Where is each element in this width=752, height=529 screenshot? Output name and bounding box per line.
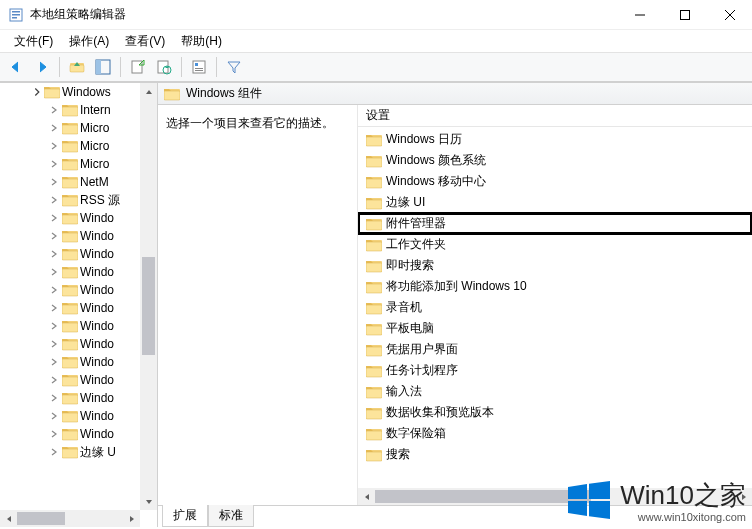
svg-rect-32 [62,197,78,206]
folder-icon [366,154,382,168]
minimize-button[interactable] [617,0,662,30]
list-item[interactable]: 边缘 UI [358,192,752,213]
list-item[interactable]: 将功能添加到 Windows 10 [358,276,752,297]
up-button[interactable] [65,55,89,79]
tab-standard[interactable]: 标准 [208,505,254,527]
tree-item[interactable]: Micro [0,119,157,137]
scroll-down-icon[interactable] [140,493,157,510]
folder-icon [62,355,78,369]
chevron-right-icon[interactable] [48,176,60,188]
list-item[interactable]: Windows 颜色系统 [358,150,752,171]
tree-item[interactable]: Windo [0,227,157,245]
menu-view[interactable]: 查看(V) [117,31,173,52]
list-item[interactable]: 输入法 [358,381,752,402]
chevron-right-icon[interactable] [48,158,60,170]
list-item[interactable]: 平板电脑 [358,318,752,339]
svg-rect-52 [62,377,78,386]
list-item-label: 输入法 [386,383,422,400]
list-item[interactable]: 附件管理器 [358,213,752,234]
scroll-left-icon[interactable] [358,488,375,505]
chevron-right-icon[interactable] [48,284,60,296]
tree-item[interactable]: Windo [0,353,157,371]
tree-item[interactable]: 边缘 U [0,443,157,461]
tree-item[interactable]: Windo [0,299,157,317]
chevron-right-icon[interactable] [48,302,60,314]
list-item[interactable]: 数据收集和预览版本 [358,402,752,423]
folder-icon [62,283,78,297]
tree-item[interactable]: Windo [0,425,157,443]
chevron-right-icon[interactable] [48,320,60,332]
forward-button[interactable] [30,55,54,79]
list-item[interactable]: Windows 日历 [358,129,752,150]
tree-item[interactable]: Micro [0,137,157,155]
tree-item[interactable]: Intern [0,101,157,119]
list-item[interactable]: 搜索 [358,444,752,465]
menu-help[interactable]: 帮助(H) [173,31,230,52]
list-item[interactable]: 录音机 [358,297,752,318]
tree-item[interactable]: Windo [0,335,157,353]
chevron-right-icon[interactable] [48,194,60,206]
tree-item[interactable]: Windo [0,407,157,425]
tree-item[interactable]: Windo [0,371,157,389]
chevron-right-icon[interactable] [48,104,60,116]
svg-rect-5 [680,10,689,19]
refresh-button[interactable] [152,55,176,79]
svg-rect-11 [96,60,101,74]
export-button[interactable] [126,55,150,79]
chevron-right-icon[interactable] [48,446,60,458]
chevron-right-icon[interactable] [48,122,60,134]
list-item[interactable]: Windows 移动中心 [358,171,752,192]
list-horizontal-scrollbar[interactable] [358,488,752,505]
tree-item[interactable]: NetM [0,173,157,191]
back-button[interactable] [4,55,28,79]
svg-rect-40 [62,269,78,278]
folder-icon [62,427,78,441]
chevron-right-icon[interactable] [48,212,60,224]
tree-item[interactable]: Windo [0,317,157,335]
tree-item[interactable]: RSS 源 [0,191,157,209]
chevron-right-icon[interactable] [48,140,60,152]
chevron-right-icon[interactable] [48,428,60,440]
chevron-right-icon[interactable] [48,248,60,260]
list-item[interactable]: 任务计划程序 [358,360,752,381]
chevron-right-icon[interactable] [48,374,60,386]
svg-rect-70 [366,200,382,209]
tree-horizontal-scrollbar[interactable] [0,510,140,527]
folder-icon [62,337,78,351]
tab-extended[interactable]: 扩展 [162,505,208,527]
list-item[interactable]: 即时搜索 [358,255,752,276]
scroll-right-icon[interactable] [735,488,752,505]
menu-action[interactable]: 操作(A) [61,31,117,52]
tree-item[interactable]: Windo [0,245,157,263]
chevron-right-icon[interactable] [48,356,60,368]
show-hide-tree-button[interactable] [91,55,115,79]
tree-item[interactable]: Windo [0,209,157,227]
tree-item[interactable]: Micro [0,155,157,173]
scroll-up-icon[interactable] [140,83,157,100]
chevron-right-icon[interactable] [48,410,60,422]
tree-vertical-scrollbar[interactable] [140,83,157,510]
close-button[interactable] [707,0,752,30]
chevron-right-icon[interactable] [48,338,60,350]
tree-item[interactable]: Windo [0,281,157,299]
folder-icon [366,343,382,357]
chevron-down-icon[interactable] [30,86,42,98]
scroll-left-icon[interactable] [0,510,17,527]
scroll-right-icon[interactable] [123,510,140,527]
chevron-right-icon[interactable] [48,266,60,278]
chevron-right-icon[interactable] [48,392,60,404]
maximize-button[interactable] [662,0,707,30]
list-item[interactable]: 数字保险箱 [358,423,752,444]
filter-button[interactable] [222,55,246,79]
tree-item-windows[interactable]: Windows [0,83,157,101]
tree-item[interactable]: Windo [0,389,157,407]
menu-file[interactable]: 文件(F) [6,31,61,52]
chevron-right-icon[interactable] [48,230,60,242]
tree-item-label: Windo [80,337,114,351]
list-item[interactable]: 凭据用户界面 [358,339,752,360]
list-item[interactable]: 工作文件夹 [358,234,752,255]
tree-item[interactable]: Windo [0,263,157,281]
properties-button[interactable] [187,55,211,79]
tree-pane: WindowsInternMicroMicroMicroNetMRSS 源Win… [0,83,158,527]
settings-column-header[interactable]: 设置 [358,105,752,127]
